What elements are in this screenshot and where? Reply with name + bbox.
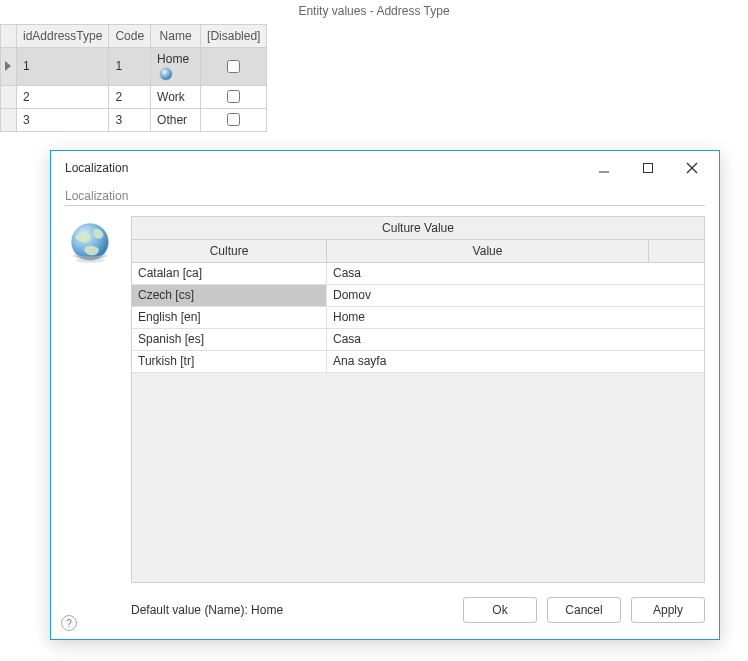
culture-row[interactable]: Turkish [tr]Ana sayfa xyxy=(132,351,704,373)
svg-rect-2 xyxy=(644,164,653,173)
cell-name[interactable]: Home xyxy=(151,48,201,86)
cell-disabled[interactable] xyxy=(201,48,267,86)
col-header-spacer xyxy=(648,240,704,262)
culture-cell[interactable]: Turkish [tr] xyxy=(132,351,327,372)
culture-value-grid[interactable]: Culture Value Culture Value Catalan [ca]… xyxy=(131,216,705,583)
cell-code[interactable]: 2 xyxy=(109,85,151,108)
localization-dialog: Localization Localization xyxy=(50,150,720,640)
table-row[interactable]: 11Home xyxy=(1,48,267,86)
col-header-value[interactable]: Value xyxy=(327,240,648,262)
svg-point-0 xyxy=(160,68,172,80)
row-indicator[interactable] xyxy=(1,48,17,86)
cancel-button[interactable]: Cancel xyxy=(547,597,621,623)
cell-name[interactable]: Other xyxy=(151,108,201,131)
table-row[interactable]: 33Other xyxy=(1,108,267,131)
ok-button[interactable]: Ok xyxy=(463,597,537,623)
globe-icon[interactable] xyxy=(159,67,173,81)
dialog-title: Localization xyxy=(65,161,587,175)
col-header-id[interactable]: idAddressType xyxy=(17,25,109,48)
row-indicator-header xyxy=(1,25,17,48)
entity-values-grid[interactable]: idAddressType Code Name [Disabled] 11Hom… xyxy=(0,24,267,132)
minimize-button[interactable] xyxy=(587,157,621,179)
value-cell[interactable]: Home xyxy=(327,307,704,328)
cell-code[interactable]: 3 xyxy=(109,108,151,131)
disabled-checkbox[interactable] xyxy=(227,90,240,103)
help-icon[interactable]: ? xyxy=(61,615,77,631)
parent-window-title: Entity values - Address Type xyxy=(0,0,748,22)
cell-id[interactable]: 2 xyxy=(17,85,109,108)
culture-cell[interactable]: English [en] xyxy=(132,307,327,328)
cell-name[interactable]: Work xyxy=(151,85,201,108)
culture-row[interactable]: English [en]Home xyxy=(132,307,704,329)
cell-disabled[interactable] xyxy=(201,108,267,131)
value-cell[interactable]: Casa xyxy=(327,263,704,284)
value-cell[interactable]: Ana sayfa xyxy=(327,351,704,372)
col-header-name[interactable]: Name xyxy=(151,25,201,48)
globe-icon xyxy=(68,220,112,264)
col-header-culture[interactable]: Culture xyxy=(132,240,327,262)
culture-grid-title: Culture Value xyxy=(132,217,704,240)
culture-cell[interactable]: Catalan [ca] xyxy=(132,263,327,284)
col-header-code[interactable]: Code xyxy=(109,25,151,48)
maximize-button[interactable] xyxy=(631,157,665,179)
apply-button[interactable]: Apply xyxy=(631,597,705,623)
section-label: Localization xyxy=(65,185,705,206)
culture-row[interactable]: Spanish [es]Casa xyxy=(132,329,704,351)
cell-id[interactable]: 1 xyxy=(17,48,109,86)
disabled-checkbox[interactable] xyxy=(227,60,240,73)
close-button[interactable] xyxy=(675,157,709,179)
col-header-disabled[interactable]: [Disabled] xyxy=(201,25,267,48)
culture-row[interactable]: Czech [cs]Domov xyxy=(132,285,704,307)
culture-cell[interactable]: Spanish [es] xyxy=(132,329,327,350)
culture-row[interactable]: Catalan [ca]Casa xyxy=(132,263,704,285)
value-cell[interactable]: Casa xyxy=(327,329,704,350)
cell-id[interactable]: 3 xyxy=(17,108,109,131)
dialog-titlebar[interactable]: Localization xyxy=(51,151,719,185)
row-indicator[interactable] xyxy=(1,85,17,108)
table-row[interactable]: 22Work xyxy=(1,85,267,108)
cell-code[interactable]: 1 xyxy=(109,48,151,86)
default-value-label: Default value (Name): Home xyxy=(131,603,453,617)
culture-cell[interactable]: Czech [cs] xyxy=(132,285,327,306)
cell-disabled[interactable] xyxy=(201,85,267,108)
disabled-checkbox[interactable] xyxy=(227,113,240,126)
row-indicator[interactable] xyxy=(1,108,17,131)
value-cell[interactable]: Domov xyxy=(327,285,704,306)
